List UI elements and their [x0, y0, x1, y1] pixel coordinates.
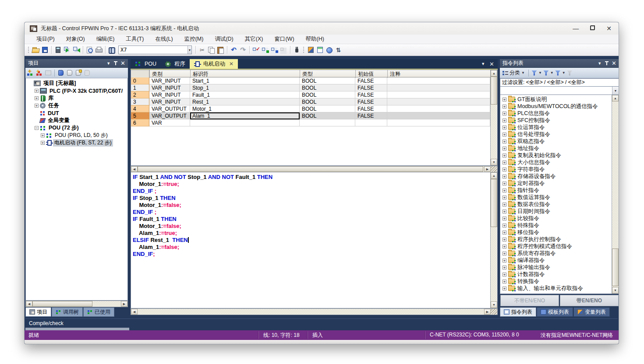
comment-cell[interactable]: [387, 84, 490, 91]
initial-value-cell[interactable]: [355, 119, 387, 126]
check-program-icon[interactable]: [252, 46, 260, 54]
download-to-plc-icon[interactable]: [63, 46, 71, 54]
filter-group-icon[interactable]: [531, 70, 537, 76]
code-line[interactable]: Motor_1:=false;: [133, 223, 490, 230]
editor-tab-程序[interactable]: 程序: [161, 59, 190, 69]
row-number-cell[interactable]: 0: [131, 77, 149, 84]
expand-icon[interactable]: +: [35, 96, 39, 100]
comment-list-icon[interactable]: [307, 46, 315, 54]
instruction-category[interactable]: +双稳态指令: [500, 138, 612, 145]
expand-icon[interactable]: +: [502, 210, 506, 214]
expand-icon[interactable]: +: [502, 266, 506, 270]
restore-button[interactable]: [590, 25, 595, 30]
toolbar-grip[interactable]: [303, 46, 305, 54]
scroll-up-icon[interactable]: ▲: [491, 70, 497, 77]
instruction-vertical-scrollbar[interactable]: ▲ ▼: [612, 95, 619, 294]
undo-icon[interactable]: [230, 46, 238, 54]
expand-icon[interactable]: +: [502, 245, 506, 248]
scrollbar-track[interactable]: [491, 77, 497, 159]
row-number-cell[interactable]: 2: [131, 91, 149, 98]
instruction-category[interactable]: +地址指令: [500, 145, 612, 152]
tab-调用树[interactable]: 调用树: [52, 308, 83, 317]
size-grip[interactable]: [491, 166, 497, 172]
expand-icon[interactable]: +: [502, 217, 506, 220]
column-header[interactable]: 类型: [300, 70, 355, 78]
expand-icon[interactable]: +: [502, 231, 506, 234]
identifier-cell[interactable]: [190, 119, 300, 126]
table-horizontal-scrollbar[interactable]: ◀ ▶: [131, 166, 498, 172]
code-line[interactable]: IF Start_1 AND NOT Stop_1 AND NOT Fault_…: [133, 174, 490, 181]
type-cell[interactable]: BOOL: [300, 91, 355, 98]
instruction-category[interactable]: +存储器设备指令: [500, 173, 612, 180]
instruction-category[interactable]: +日期时间指令: [500, 208, 612, 215]
instruction-category[interactable]: +程序执行控制指令: [500, 236, 612, 243]
identifier-cell[interactable]: Rest_1: [190, 98, 300, 105]
initial-value-cell[interactable]: FALSE: [355, 91, 387, 98]
scrollbar-thumb[interactable]: [32, 301, 92, 307]
expand-icon[interactable]: +: [502, 112, 506, 116]
scroll-up-icon[interactable]: ▲: [612, 95, 619, 102]
pin-icon[interactable]: [605, 61, 609, 66]
tree-item[interactable]: +任务: [26, 102, 127, 109]
table-vertical-scrollbar[interactable]: ▲ ▼: [490, 70, 497, 165]
menu-item[interactable]: 窗口(W): [269, 35, 300, 44]
instruction-category[interactable]: +定时器指令: [500, 180, 612, 187]
class-cell[interactable]: VAR_INPUT: [149, 98, 190, 105]
code-line[interactable]: END_IF;: [133, 251, 490, 258]
class-cell[interactable]: VAR_INPUT: [149, 84, 190, 91]
code-line[interactable]: Alam_1:=false;: [133, 244, 490, 251]
expand-icon[interactable]: +: [502, 98, 506, 102]
tree-item[interactable]: DUT: [26, 109, 127, 117]
close-button[interactable]: ✕: [606, 25, 612, 32]
instruction-category[interactable]: +PLC信息指令: [500, 110, 612, 117]
install-library-icon[interactable]: [74, 69, 82, 77]
collapse-icon[interactable]: −: [35, 126, 39, 130]
expand-icon[interactable]: +: [502, 126, 506, 130]
code-line[interactable]: IF Fault_1 THEN: [133, 216, 490, 223]
code-line[interactable]: END_IF ;: [133, 209, 490, 216]
instruction-category[interactable]: +移位指令: [500, 229, 612, 236]
expand-icon[interactable]: +: [502, 287, 506, 290]
tab-项目[interactable]: 项目: [25, 308, 51, 317]
scrollbar-thumb[interactable]: [491, 77, 497, 105]
type-cell[interactable]: BOOL: [300, 105, 355, 112]
class-cell[interactable]: VAR_OUTPUT: [149, 105, 190, 112]
find-icon[interactable]: [108, 46, 116, 54]
filter-target-icon[interactable]: [555, 70, 561, 76]
expand-icon[interactable]: +: [502, 252, 506, 256]
scroll-right-icon[interactable]: ▶: [484, 309, 491, 315]
tree-item[interactable]: +电机启动 (FB, ST, 22 步): [26, 139, 127, 147]
project-horizontal-scrollbar[interactable]: ◀ ▶: [25, 301, 128, 307]
expand-icon[interactable]: +: [502, 140, 506, 144]
class-cell[interactable]: VAR_INPUT: [149, 91, 190, 98]
clear-filter-icon[interactable]: [567, 70, 573, 76]
chevron-down-icon[interactable]: ▼: [598, 61, 602, 66]
row-number-cell[interactable]: 3: [131, 98, 149, 105]
minimize-button[interactable]: —: [573, 25, 579, 32]
initial-value-cell[interactable]: FALSE: [355, 84, 387, 91]
var-table-row[interactable]: 1VAR_INPUTStop_1BOOLFALSE: [131, 84, 490, 91]
expand-icon[interactable]: +: [502, 147, 506, 150]
instruction-category[interactable]: +位运算指令: [500, 124, 612, 131]
expand-icon[interactable]: +: [502, 259, 506, 262]
instruction-category[interactable]: +数据表位指令: [500, 201, 612, 208]
expand-icon[interactable]: +: [502, 119, 506, 122]
var-table-row[interactable]: 6VAR: [131, 119, 490, 126]
paste-icon[interactable]: [216, 46, 225, 54]
add-task-icon[interactable]: [44, 69, 52, 77]
menu-item[interactable]: 对象(O): [60, 35, 91, 44]
open-project-icon[interactable]: [32, 46, 40, 54]
instruction-category[interactable]: +数值运算指令: [500, 194, 612, 201]
instruction-category[interactable]: +系统寄存器指令: [500, 250, 612, 257]
type-cell[interactable]: [300, 119, 355, 126]
add-pou-icon[interactable]: [27, 69, 35, 77]
redo-icon[interactable]: [239, 46, 247, 54]
expand-icon[interactable]: +: [502, 168, 506, 172]
chevron-down-icon[interactable]: ▼: [562, 71, 566, 75]
comment-cell[interactable]: [387, 77, 490, 84]
scroll-right-icon[interactable]: ▶: [484, 166, 491, 172]
close-library-icon[interactable]: [83, 69, 91, 77]
instruction-category[interactable]: +字符串指令: [500, 166, 612, 173]
title-bar[interactable]: 无标题 - Control FPWIN Pro 7 - IEC 61131-3 …: [25, 22, 619, 35]
address-dropdown-icon[interactable]: ▼: [188, 46, 191, 54]
